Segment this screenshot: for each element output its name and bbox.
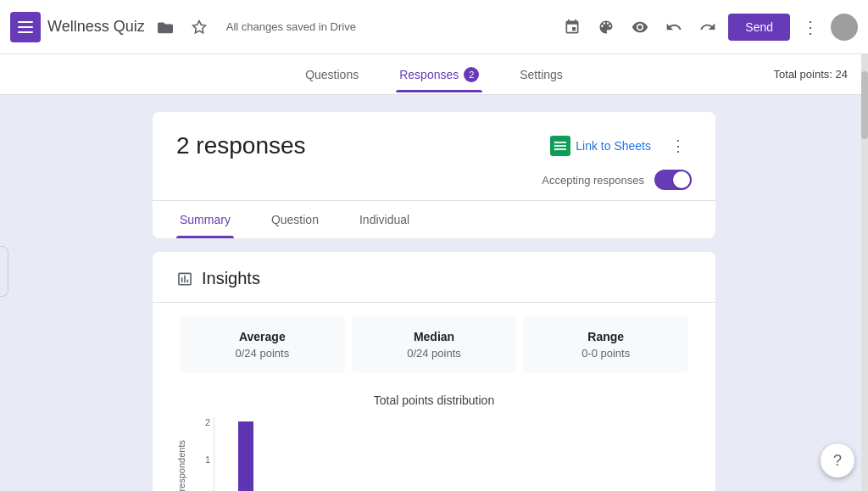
stat-range-label: Range [537, 330, 675, 343]
y-axis-label: No. of respondents [176, 440, 186, 491]
insights-title: Insights [202, 269, 260, 288]
stat-range-value: 0-0 points [537, 347, 675, 360]
svg-rect-5 [554, 142, 566, 143]
stat-median-label: Median [365, 330, 504, 343]
total-points: Total points: 24 [774, 68, 848, 81]
stat-average-value: 0/24 points [193, 347, 331, 360]
sheets-icon [550, 136, 570, 156]
link-to-sheets-label: Link to Sheets [576, 139, 651, 153]
nav-tabs: Questions Responses 2 Settings Total poi… [0, 54, 868, 95]
undo-icon[interactable] [660, 14, 687, 41]
redo-icon[interactable] [694, 14, 721, 41]
app-title: Wellness Quiz [47, 18, 145, 36]
toolbar: Wellness Quiz All changes saved in Drive [0, 0, 868, 54]
svg-rect-1 [18, 26, 33, 28]
accepting-row: Accepting responses [153, 159, 715, 200]
folder-icon[interactable] [152, 14, 179, 41]
link-to-sheets-button[interactable]: Link to Sheets [550, 136, 651, 156]
stat-range: Range 0-0 points [523, 316, 688, 373]
svg-rect-6 [554, 145, 566, 147]
y-tick-1: 1 [205, 455, 210, 465]
insights-chart-icon [176, 271, 193, 287]
stats-row: Average 0/24 points Median 0/24 points R… [153, 303, 715, 387]
response-more-button[interactable]: ⋮ [665, 132, 692, 159]
svg-rect-7 [554, 148, 566, 150]
preview-icon[interactable] [626, 14, 654, 41]
more-options-icon[interactable]: ⋮ [797, 14, 824, 41]
insights-header: Insights [153, 252, 715, 303]
chart-y-ticks: 2 1 0 [193, 417, 210, 491]
chart-bar [238, 421, 253, 491]
send-button[interactable]: Send [728, 14, 790, 41]
tabs-center: Questions Responses 2 Settings [302, 57, 566, 92]
accepting-toggle[interactable] [654, 170, 692, 190]
main-content: 2 responses Link to Sheets ⋮ Accept [0, 95, 868, 491]
toggle-knob [673, 171, 690, 188]
insights-card: Insights Average 0/24 points Median 0/24… [153, 252, 715, 491]
scrollbar-thumb[interactable] [861, 71, 868, 139]
svg-rect-2 [18, 31, 33, 33]
tab-responses[interactable]: Responses 2 [396, 57, 482, 92]
tab-questions[interactable]: Questions [302, 58, 362, 92]
app-menu-icon[interactable] [10, 12, 41, 42]
chart-section: Total points distribution No. of respond… [153, 387, 715, 491]
left-decoration [0, 246, 8, 297]
sub-tab-question[interactable]: Question [268, 201, 322, 238]
addon-icon[interactable] [559, 14, 586, 41]
svg-marker-3 [192, 20, 205, 32]
palette-icon[interactable] [593, 14, 620, 41]
stat-average: Average 0/24 points [180, 316, 345, 373]
responses-card: 2 responses Link to Sheets ⋮ Accept [153, 112, 715, 238]
accepting-label: Accepting responses [542, 174, 644, 187]
help-button[interactable]: ? [821, 444, 854, 477]
saved-status: All changes saved in Drive [226, 20, 356, 33]
response-header: 2 responses Link to Sheets ⋮ [153, 112, 715, 159]
sub-tab-individual[interactable]: Individual [356, 201, 413, 238]
svg-rect-0 [18, 21, 33, 23]
response-count: 2 responses [176, 132, 306, 159]
chart-bars-area [214, 417, 692, 491]
chart-container: No. of respondents 2 1 0 [176, 417, 692, 491]
star-icon[interactable] [186, 14, 213, 41]
help-icon: ? [833, 452, 842, 470]
y-tick-2: 2 [205, 417, 210, 427]
stat-median-value: 0/24 points [365, 347, 504, 360]
toolbar-left: Wellness Quiz All changes saved in Drive [10, 12, 552, 42]
sub-tabs: Summary Question Individual [153, 200, 715, 238]
responses-badge: 2 [464, 67, 479, 82]
stat-average-label: Average [193, 330, 331, 343]
tab-settings[interactable]: Settings [516, 58, 566, 92]
stat-median: Median 0/24 points [352, 316, 517, 373]
avatar[interactable] [831, 14, 858, 41]
chart-inner: 2 1 0 [193, 417, 692, 491]
toolbar-right: Send ⋮ [559, 14, 858, 41]
chart-title: Total points distribution [176, 393, 692, 407]
sub-tab-summary[interactable]: Summary [176, 201, 234, 238]
response-actions: Link to Sheets ⋮ [550, 132, 692, 159]
scrollbar[interactable] [861, 54, 868, 491]
